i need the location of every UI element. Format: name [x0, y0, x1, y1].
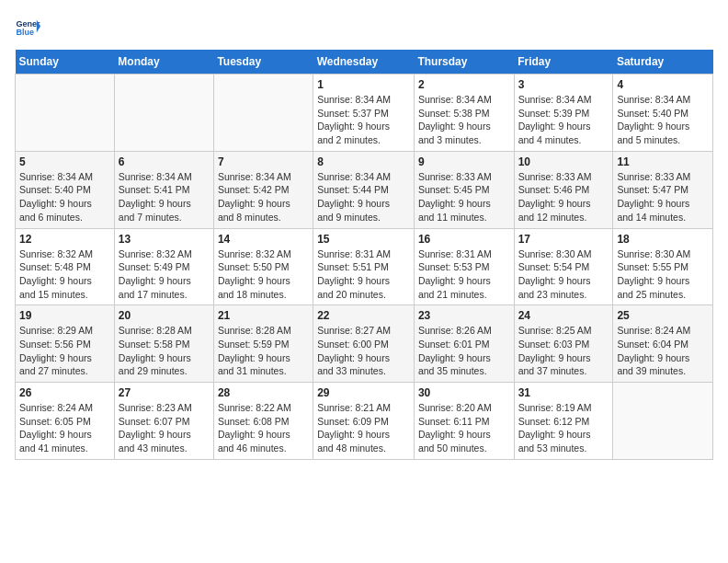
day-number: 5 [19, 155, 110, 168]
day-number: 11 [617, 155, 709, 168]
day-number: 31 [518, 386, 609, 399]
day-info: Sunrise: 8:32 AM Sunset: 5:49 PM Dayligh… [119, 247, 210, 302]
day-number: 6 [119, 155, 210, 168]
day-number: 22 [317, 309, 410, 322]
day-info: Sunrise: 8:32 AM Sunset: 5:48 PM Dayligh… [19, 247, 110, 302]
day-info: Sunrise: 8:27 AM Sunset: 6:00 PM Dayligh… [317, 324, 410, 378]
calendar-cell: 25Sunrise: 8:24 AM Sunset: 6:04 PM Dayli… [613, 305, 713, 383]
day-number: 15 [317, 233, 410, 246]
day-number: 16 [418, 233, 510, 246]
calendar-cell: 3Sunrise: 8:34 AM Sunset: 5:39 PM Daylig… [514, 75, 613, 152]
day-info: Sunrise: 8:24 AM Sunset: 6:04 PM Dayligh… [617, 324, 709, 378]
day-info: Sunrise: 8:30 AM Sunset: 5:54 PM Dayligh… [518, 247, 609, 302]
day-number: 19 [19, 309, 110, 322]
day-info: Sunrise: 8:34 AM Sunset: 5:44 PM Dayligh… [317, 170, 410, 224]
calendar-cell: 31Sunrise: 8:19 AM Sunset: 6:12 PM Dayli… [514, 383, 613, 460]
day-number: 7 [218, 155, 309, 168]
day-info: Sunrise: 8:20 AM Sunset: 6:11 PM Dayligh… [418, 401, 510, 455]
day-info: Sunrise: 8:34 AM Sunset: 5:40 PM Dayligh… [617, 93, 709, 147]
calendar-cell: 9Sunrise: 8:33 AM Sunset: 5:45 PM Daylig… [414, 151, 514, 228]
logo: General Blue [15, 15, 40, 40]
calendar-cell: 18Sunrise: 8:30 AM Sunset: 5:55 PM Dayli… [613, 228, 713, 305]
day-info: Sunrise: 8:28 AM Sunset: 5:58 PM Dayligh… [119, 324, 210, 378]
calendar-header: SundayMondayTuesdayWednesdayThursdayFrid… [16, 50, 713, 75]
day-number: 20 [119, 309, 210, 322]
day-number: 30 [418, 386, 510, 399]
day-number: 12 [19, 233, 110, 246]
calendar-cell: 12Sunrise: 8:32 AM Sunset: 5:48 PM Dayli… [16, 228, 115, 305]
day-number: 24 [518, 309, 609, 322]
day-info: Sunrise: 8:33 AM Sunset: 5:47 PM Dayligh… [617, 170, 709, 224]
day-info: Sunrise: 8:23 AM Sunset: 6:07 PM Dayligh… [119, 401, 210, 455]
day-number: 14 [218, 233, 309, 246]
day-info: Sunrise: 8:24 AM Sunset: 6:05 PM Dayligh… [19, 401, 110, 455]
header-sunday: Sunday [16, 50, 115, 75]
calendar-cell: 29Sunrise: 8:21 AM Sunset: 6:09 PM Dayli… [313, 383, 415, 460]
day-number: 8 [317, 155, 410, 168]
day-number: 27 [119, 386, 210, 399]
calendar-cell: 10Sunrise: 8:33 AM Sunset: 5:46 PM Dayli… [514, 151, 613, 228]
calendar-table: SundayMondayTuesdayWednesdayThursdayFrid… [15, 50, 713, 460]
calendar-cell: 22Sunrise: 8:27 AM Sunset: 6:00 PM Dayli… [313, 305, 415, 383]
header-saturday: Saturday [613, 50, 713, 75]
calendar-cell: 16Sunrise: 8:31 AM Sunset: 5:53 PM Dayli… [414, 228, 514, 305]
day-number: 9 [418, 155, 510, 168]
day-number: 4 [617, 78, 709, 91]
day-number: 3 [518, 78, 609, 91]
day-info: Sunrise: 8:33 AM Sunset: 5:45 PM Dayligh… [418, 170, 510, 224]
day-info: Sunrise: 8:34 AM Sunset: 5:38 PM Dayligh… [418, 93, 510, 147]
week-row-4: 26Sunrise: 8:24 AM Sunset: 6:05 PM Dayli… [16, 383, 713, 460]
day-info: Sunrise: 8:29 AM Sunset: 5:56 PM Dayligh… [19, 324, 110, 378]
day-info: Sunrise: 8:21 AM Sunset: 6:09 PM Dayligh… [317, 401, 410, 455]
logo-icon: General Blue [15, 15, 40, 40]
day-number: 26 [19, 386, 110, 399]
day-number: 29 [317, 386, 410, 399]
header-friday: Friday [514, 50, 613, 75]
calendar-cell [114, 75, 213, 152]
header-monday: Monday [114, 50, 213, 75]
day-info: Sunrise: 8:25 AM Sunset: 6:03 PM Dayligh… [518, 324, 609, 378]
day-info: Sunrise: 8:34 AM Sunset: 5:40 PM Dayligh… [19, 170, 110, 224]
week-row-2: 12Sunrise: 8:32 AM Sunset: 5:48 PM Dayli… [16, 228, 713, 305]
day-info: Sunrise: 8:34 AM Sunset: 5:37 PM Dayligh… [317, 93, 410, 147]
header-row: SundayMondayTuesdayWednesdayThursdayFrid… [16, 50, 713, 75]
calendar-cell: 1Sunrise: 8:34 AM Sunset: 5:37 PM Daylig… [313, 75, 415, 152]
calendar-cell: 27Sunrise: 8:23 AM Sunset: 6:07 PM Dayli… [114, 383, 213, 460]
calendar-cell: 24Sunrise: 8:25 AM Sunset: 6:03 PM Dayli… [514, 305, 613, 383]
calendar-cell: 11Sunrise: 8:33 AM Sunset: 5:47 PM Dayli… [613, 151, 713, 228]
calendar-cell: 14Sunrise: 8:32 AM Sunset: 5:50 PM Dayli… [213, 228, 313, 305]
calendar-cell: 8Sunrise: 8:34 AM Sunset: 5:44 PM Daylig… [313, 151, 415, 228]
week-row-1: 5Sunrise: 8:34 AM Sunset: 5:40 PM Daylig… [16, 151, 713, 228]
calendar-cell: 2Sunrise: 8:34 AM Sunset: 5:38 PM Daylig… [414, 75, 514, 152]
day-info: Sunrise: 8:28 AM Sunset: 5:59 PM Dayligh… [218, 324, 309, 378]
calendar-cell [213, 75, 313, 152]
day-number: 21 [218, 309, 309, 322]
calendar-cell: 23Sunrise: 8:26 AM Sunset: 6:01 PM Dayli… [414, 305, 514, 383]
calendar-cell: 19Sunrise: 8:29 AM Sunset: 5:56 PM Dayli… [16, 305, 115, 383]
calendar-cell [613, 383, 713, 460]
calendar-cell: 28Sunrise: 8:22 AM Sunset: 6:08 PM Dayli… [213, 383, 313, 460]
day-info: Sunrise: 8:34 AM Sunset: 5:39 PM Dayligh… [518, 93, 609, 147]
day-number: 17 [518, 233, 609, 246]
calendar-cell: 30Sunrise: 8:20 AM Sunset: 6:11 PM Dayli… [414, 383, 514, 460]
day-number: 2 [418, 78, 510, 91]
week-row-3: 19Sunrise: 8:29 AM Sunset: 5:56 PM Dayli… [16, 305, 713, 383]
calendar-cell: 20Sunrise: 8:28 AM Sunset: 5:58 PM Dayli… [114, 305, 213, 383]
header-wednesday: Wednesday [313, 50, 415, 75]
header-thursday: Thursday [414, 50, 514, 75]
day-info: Sunrise: 8:34 AM Sunset: 5:42 PM Dayligh… [218, 170, 309, 224]
day-info: Sunrise: 8:31 AM Sunset: 5:51 PM Dayligh… [317, 247, 410, 302]
day-info: Sunrise: 8:33 AM Sunset: 5:46 PM Dayligh… [518, 170, 609, 224]
day-info: Sunrise: 8:31 AM Sunset: 5:53 PM Dayligh… [418, 247, 510, 302]
calendar-cell: 26Sunrise: 8:24 AM Sunset: 6:05 PM Dayli… [16, 383, 115, 460]
calendar-cell: 21Sunrise: 8:28 AM Sunset: 5:59 PM Dayli… [213, 305, 313, 383]
calendar-body: 1Sunrise: 8:34 AM Sunset: 5:37 PM Daylig… [16, 75, 713, 460]
calendar-cell [16, 75, 115, 152]
day-info: Sunrise: 8:26 AM Sunset: 6:01 PM Dayligh… [418, 324, 510, 378]
day-number: 28 [218, 386, 309, 399]
day-number: 18 [617, 233, 709, 246]
day-number: 13 [119, 233, 210, 246]
header-tuesday: Tuesday [213, 50, 313, 75]
day-info: Sunrise: 8:34 AM Sunset: 5:41 PM Dayligh… [119, 170, 210, 224]
day-info: Sunrise: 8:32 AM Sunset: 5:50 PM Dayligh… [218, 247, 309, 302]
